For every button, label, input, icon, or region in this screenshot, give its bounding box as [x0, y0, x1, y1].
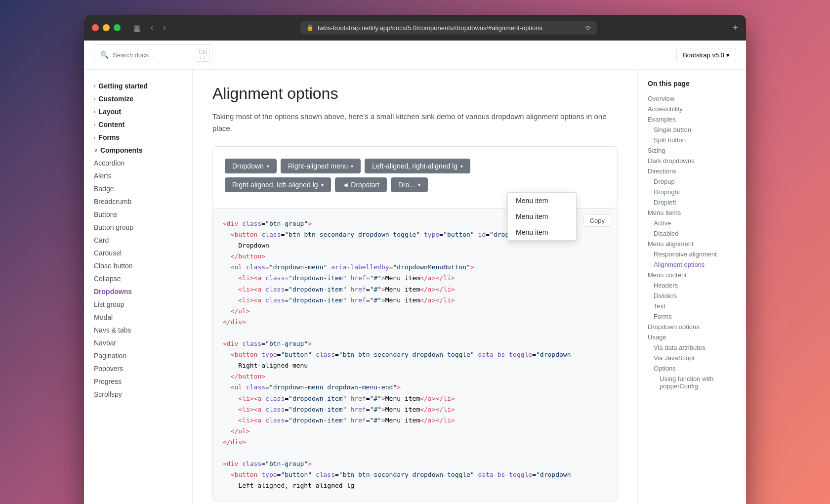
sidebar-item-close-button[interactable]: Close button [84, 259, 192, 272]
dropstart-button[interactable]: ◄ Dropstart [335, 177, 387, 192]
sidebar-item-popovers[interactable]: Popovers [84, 362, 192, 375]
version-label: Bootstrap v5.0 [683, 51, 724, 59]
toc-item-via-data-attributes[interactable]: Via data attributes [648, 342, 736, 353]
on-this-page-title: On this page [648, 80, 736, 87]
sidebar-item-carousel[interactable]: Carousel [84, 247, 192, 259]
dropdown-button-3[interactable]: Left-aligned, right-aligned lg ▾ [365, 159, 470, 173]
toc-item-dropleft[interactable]: Dropleft [648, 197, 736, 208]
sidebar-item-navbar[interactable]: Navbar [84, 336, 192, 349]
maximize-button[interactable] [114, 24, 121, 31]
chevron-right-icon: › [94, 84, 95, 89]
forward-button[interactable]: › [160, 21, 168, 35]
sidebar-item-dropdowns[interactable]: Dropdowns [84, 285, 192, 298]
sidebar-item-card[interactable]: Card [84, 234, 192, 247]
toc-item-responsive-alignment[interactable]: Responsive alignment [648, 249, 736, 259]
sidebar-label: Content [98, 121, 124, 128]
search-box[interactable]: 🔍 Ctrl + / [94, 44, 212, 65]
version-selector[interactable]: Bootstrap v5.0 ▾ [676, 48, 736, 62]
back-button[interactable]: ‹ [148, 21, 156, 35]
toc-item-menu-items[interactable]: Menu items [648, 208, 736, 218]
dropdown-menu-item-1[interactable]: Menu item [508, 193, 576, 209]
sidebar-item-components[interactable]: ∨ Components [84, 144, 192, 157]
sidebar-item-collapse[interactable]: Collapse [84, 272, 192, 285]
code-content: <div class="btn-group"> <button class="b… [223, 218, 607, 491]
toc-item-accessibility[interactable]: Accessibility [648, 104, 736, 114]
dropdown-button-5[interactable]: Dro... ▾ [391, 177, 428, 192]
sidebar-item-pagination[interactable]: Pagination [84, 349, 192, 362]
dropdown-button-2[interactable]: Right-aligned menu ▾ [281, 159, 361, 173]
minimize-button[interactable] [103, 24, 110, 31]
sidebar-label: Layout [98, 108, 121, 116]
sidebar-item-scrollspy[interactable]: Scrollspy [84, 388, 192, 401]
search-icon: 🔍 [100, 51, 109, 59]
toc-item-text[interactable]: Text [648, 301, 736, 311]
new-tab-button[interactable]: + [732, 22, 738, 34]
dropdown-arrow-icon: ▾ [418, 182, 420, 188]
toc-item-forms[interactable]: Forms [648, 311, 736, 322]
dropdown-menu-item-3[interactable]: Menu item [508, 224, 576, 240]
toc-item-dividers[interactable]: Dividers [648, 291, 736, 301]
address-bar[interactable]: 🔒 twbs-bootstrap.netlify.app/docs/5.0/co… [300, 21, 597, 35]
copy-button[interactable]: Copy [583, 214, 611, 227]
sidebar-label: Customize [98, 95, 133, 103]
close-button[interactable] [92, 24, 99, 31]
sidebar-item-buttons[interactable]: Buttons [84, 208, 192, 221]
toc-item-using-function[interactable]: Using function with popperConfig [648, 374, 736, 391]
sidebar-item-badge[interactable]: Badge [84, 182, 192, 195]
toc-item-usage[interactable]: Usage [648, 332, 736, 342]
sidebar-item-progress[interactable]: Progress [84, 375, 192, 388]
toc-item-menu-content[interactable]: Menu content [648, 270, 736, 280]
toc-item-via-javascript[interactable]: Via JavaScript [648, 353, 736, 363]
page-title: Alignment options [212, 84, 618, 103]
demo-box: Dropdown ▾ Right-aligned menu ▾ Left-ali… [212, 146, 618, 209]
browser-titlebar: ▦ ‹ › 🔒 twbs-bootstrap.netlify.app/docs/… [84, 15, 746, 41]
dropdown-arrow-icon: ▾ [321, 182, 324, 188]
dropdown-button-1[interactable]: Dropdown ▾ [225, 159, 277, 173]
toc-item-dropright[interactable]: Dropright [648, 187, 736, 197]
dropdown-menu-item-2[interactable]: Menu item [508, 209, 576, 224]
dropdown-button-4[interactable]: Right-aligned, left-aligned lg ▾ [225, 177, 331, 192]
dropdown-arrow-icon: ▾ [460, 164, 463, 169]
toc-item-directions[interactable]: Directions [648, 166, 736, 176]
sidebar-item-layout[interactable]: › Layout [84, 105, 192, 118]
dropdown-arrow-icon: ▾ [351, 164, 353, 169]
sidebar-item-customize[interactable]: › Customize [84, 92, 192, 105]
lock-icon: 🔒 [306, 24, 314, 31]
sidebar-item-list-group[interactable]: List group [84, 298, 192, 311]
toc-item-headers[interactable]: Headers [648, 280, 736, 291]
toc-item-dropdown-options[interactable]: Dropdown options [648, 322, 736, 332]
version-chevron-icon: ▾ [726, 51, 730, 59]
sidebar-item-modal[interactable]: Modal [84, 311, 192, 324]
sidebar-label: Forms [98, 133, 120, 141]
toc-item-options[interactable]: Options [648, 363, 736, 374]
sidebar-item-forms[interactable]: › Forms [84, 131, 192, 144]
toc-item-overview[interactable]: Overview [648, 93, 736, 104]
toc-item-split-button[interactable]: Split button [648, 135, 736, 145]
sidebar-label: Getting started [98, 82, 148, 90]
toc-item-sizing[interactable]: Sizing [648, 145, 736, 156]
sidebar-toggle-button[interactable]: ▦ [130, 21, 144, 35]
sidebar-item-accordion[interactable]: Accordion [84, 157, 192, 169]
toc-item-examples[interactable]: Examples [648, 114, 736, 125]
reload-button[interactable]: ⟳ [585, 24, 591, 32]
right-sidebar: On this page Overview Accessibility Exam… [637, 70, 746, 504]
search-input[interactable] [113, 51, 192, 59]
demo-buttons-row: Dropdown ▾ Right-aligned menu ▾ Left-ali… [225, 159, 605, 173]
toc-item-dark-dropdowns[interactable]: Dark dropdowns [648, 156, 736, 166]
sidebar-item-button-group[interactable]: Button group [84, 221, 192, 234]
sidebar-item-breadcrumb[interactable]: Breadcrumb [84, 195, 192, 208]
content-area: Alignment options Taking most of the opt… [193, 70, 637, 504]
main-content: › Getting started › Customize › Layout ›… [84, 70, 746, 504]
sidebar-item-content[interactable]: › Content [84, 118, 192, 131]
sidebar-item-alerts[interactable]: Alerts [84, 169, 192, 182]
toc-item-disabled[interactable]: Disabled [648, 228, 736, 239]
sidebar-item-getting-started[interactable]: › Getting started [84, 80, 192, 92]
toc-item-single-button[interactable]: Single button [648, 125, 736, 135]
toc-item-dropup[interactable]: Dropup [648, 176, 736, 187]
sidebar-item-navs-tabs[interactable]: Navs & tabs [84, 324, 192, 336]
chevron-right-icon: › [94, 109, 95, 115]
toc-item-alignment-options[interactable]: Alignment options [648, 259, 736, 270]
chevron-right-icon: › [94, 135, 95, 140]
toc-item-active[interactable]: Active [648, 218, 736, 228]
toc-item-menu-alignment[interactable]: Menu alignment [648, 239, 736, 249]
